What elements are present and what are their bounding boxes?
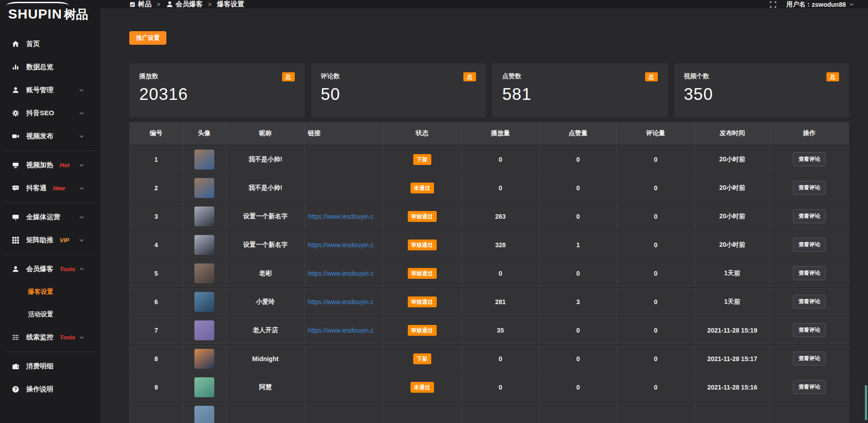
status-badge: 审核通过 (408, 296, 437, 307)
status-badge: 下架 (413, 154, 431, 165)
status-badge: 审核通过 (408, 268, 437, 279)
stat-card-videos-total: 视频个数 总 350 (674, 63, 849, 118)
cell-time: 2021-11-28 15:19 (707, 327, 757, 334)
cell-nickname: 老人开店 (253, 326, 278, 334)
cell-comments: 0 (654, 384, 657, 391)
brand-logo[interactable]: SHUPIN树品 (0, 0, 100, 30)
view-comments-button[interactable]: 查看评论 (793, 181, 826, 195)
view-comments-button[interactable]: 查看评论 (793, 238, 826, 252)
video-link[interactable]: https://www.iesdouyin.c (308, 241, 374, 249)
avatar (194, 263, 214, 283)
sidebar-item-douyin-seo[interactable]: 抖音SEO (0, 102, 100, 125)
cell-id: 9 (154, 384, 158, 391)
main-area: 树品>会员爆客>爆客设置 用户名：zswodun88 推广设置 播放数 总 20… (100, 0, 868, 423)
grid-icon (11, 236, 20, 244)
scrollbar-thumb[interactable] (865, 385, 867, 420)
menu-divider (5, 202, 96, 203)
cell-plays: 0 (499, 384, 502, 391)
sidebar-item-omni-media[interactable]: 全媒体运营 (0, 206, 100, 229)
cell-comments: 0 (654, 156, 657, 163)
sidebar-item-clue-monitor[interactable]: 线索监控Tools (0, 326, 100, 349)
sidebar-item-member-baoke[interactable]: 会员爆客Tools (0, 258, 100, 281)
sidebar-item-home[interactable]: 首页 (0, 33, 100, 56)
sidebar-item-label: 会员爆客 (26, 265, 53, 273)
view-comments-button[interactable]: 查看评论 (793, 352, 826, 366)
column-header-status: 状态 (383, 122, 462, 144)
view-comments-button[interactable]: 查看评论 (793, 209, 826, 223)
view-comments-button[interactable]: 查看评论 (793, 295, 826, 309)
table-header-row: 编号头像昵称链接状态播放量点赞量评论量发布时间操作 (129, 122, 849, 145)
cell-id: 4 (154, 241, 158, 249)
sidebar-item-data-overview[interactable]: 数据总览 (0, 56, 100, 79)
video-link[interactable]: https://www.iesdouyin.c (308, 327, 374, 334)
scrollbar-track[interactable] (864, 0, 867, 423)
stat-card-label: 点赞数 (502, 72, 521, 80)
breadcrumb-item-member-baoke[interactable]: 会员爆客 (166, 0, 203, 9)
sidebar-item-operation-guide[interactable]: ?操作说明 (0, 378, 100, 401)
cell-nickname: 设置一个新名字 (243, 241, 288, 249)
username-value: zswodun88 (812, 1, 846, 8)
cell-id: 8 (154, 355, 158, 362)
avatar (194, 349, 214, 369)
cell-nickname: 小爱玲 (256, 298, 275, 306)
view-comments-button[interactable]: 查看评论 (793, 380, 826, 394)
breadcrumb-item-shupin[interactable]: 树品 (129, 0, 151, 9)
avatar (194, 150, 214, 169)
cell-nickname: 我不是小帅! (249, 155, 283, 164)
table-row: 3设置一个新名字https://www.iesdouyin.c审核通过26300… (129, 202, 849, 230)
table-row: 9阿慧未通过0002021-11-28 15:16查看评论 (129, 373, 849, 401)
cell-likes: 0 (576, 270, 580, 277)
cell-comments: 0 (654, 327, 657, 334)
cell-id: 5 (154, 270, 158, 277)
sidebar-item-label: 线索监控 (26, 333, 53, 342)
chat-icon (11, 184, 20, 192)
chart-icon (11, 63, 20, 71)
sidebar-subitem-activity-settings[interactable]: 活动设置 (0, 303, 100, 326)
user-icon (166, 0, 174, 8)
sidebar-subitem-baoke-settings[interactable]: 爆客设置 (0, 281, 100, 303)
video-link[interactable]: https://www.iesdouyin.c (308, 213, 374, 220)
sidebar-item-video-publish[interactable]: 视频发布 (0, 125, 100, 148)
cell-time: 20小时前 (719, 184, 745, 192)
cell-time: 1天前 (724, 269, 741, 277)
stat-card-label: 视频个数 (684, 72, 709, 80)
column-header-link: 链接 (305, 122, 383, 144)
promotion-settings-button[interactable]: 推广设置 (129, 31, 166, 45)
sidebar-item-matrix-boost[interactable]: 矩阵助推VIP (0, 229, 100, 252)
video-link[interactable]: https://www.iesdouyin.c (308, 298, 374, 306)
stat-card-value: 20316 (139, 85, 295, 104)
sidebar-item-label: 全媒体运营 (26, 213, 60, 221)
stat-cards: 播放数 总 20316 评论数 总 50 点赞数 总 581 视频个数 总 35… (129, 63, 849, 118)
cell-comments: 0 (654, 184, 657, 192)
column-header-id: 编号 (130, 122, 183, 144)
cell-nickname: 老彬 (259, 269, 272, 277)
chevron-down-icon (77, 214, 86, 220)
sidebar-item-video-heating[interactable]: 视频加热Hot (0, 154, 100, 177)
fullscreen-icon[interactable] (769, 1, 777, 8)
cell-plays: 263 (495, 213, 505, 220)
sidebar-item-account-management[interactable]: 账号管理 (0, 79, 100, 102)
content: 推广设置 播放数 总 20316 评论数 总 50 点赞数 总 581 视频个数… (100, 9, 868, 423)
view-comments-button[interactable]: 查看评论 (793, 152, 826, 166)
view-comments-button[interactable]: 查看评论 (793, 323, 826, 337)
cell-plays: 35 (497, 327, 504, 334)
sidebar-item-label: 视频发布 (26, 132, 53, 141)
view-comments-button[interactable]: 查看评论 (793, 266, 826, 280)
chevron-down-icon (77, 162, 86, 168)
chevron-down-icon (77, 185, 86, 191)
cell-comments: 0 (654, 270, 657, 277)
sidebar-item-label: 抖客通 (26, 184, 47, 193)
username-menu[interactable]: 用户名：zswodun88 (787, 0, 854, 9)
sidebar-item-consumption-details[interactable]: 消费明细 (0, 355, 100, 378)
sidebar-item-douketong[interactable]: 抖客通New (0, 177, 100, 200)
cell-comments: 0 (654, 298, 657, 306)
video-link[interactable]: https://www.iesdouyin.c (308, 270, 374, 277)
question-icon: ? (11, 385, 20, 393)
menu-tag: Hot (60, 162, 70, 169)
status-badge: 下架 (413, 353, 431, 364)
sidebar-item-label: 数据总览 (26, 63, 53, 71)
avatar (194, 377, 214, 397)
cell-time: 1天前 (724, 298, 741, 306)
cell-plays: 0 (499, 184, 502, 192)
username-label: 用户名： (787, 0, 812, 9)
